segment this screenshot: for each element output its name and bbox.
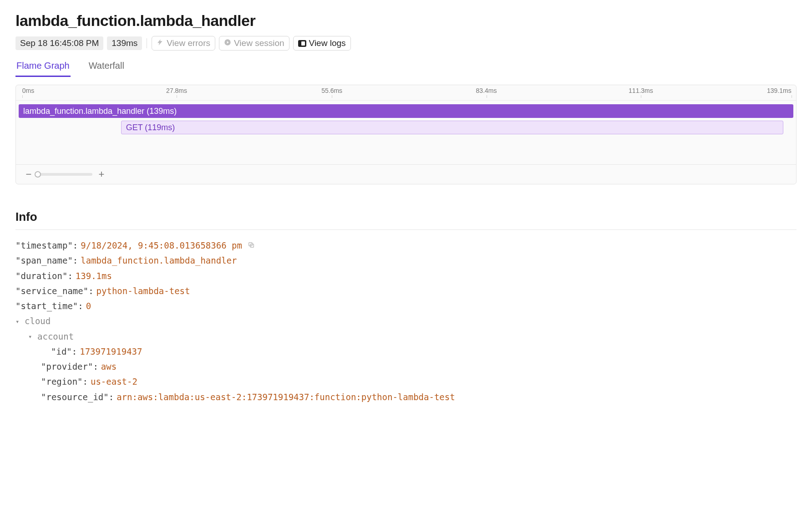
info-value: 0 [86, 299, 91, 314]
chevron-down-icon: ▾ [28, 331, 35, 342]
info-row-provider: "provider": aws [15, 359, 797, 374]
info-row-span-name: "span_name": lambda_function.lambda_hand… [15, 253, 797, 268]
timestamp-chip: Sep 18 16:45:08 PM [15, 36, 103, 50]
view-session-label: View session [234, 38, 284, 48]
info-row-timestamp: "timestamp": 9/18/2024, 9:45:08.01365836… [15, 238, 797, 253]
page-title: lambda_function.lambda_handler [15, 12, 797, 30]
divider [147, 38, 147, 48]
info-group-label: cloud [25, 314, 51, 329]
info-group-label: account [37, 329, 74, 344]
info-value: lambda_function.lambda_handler [81, 253, 237, 268]
info-section: Info "timestamp": 9/18/2024, 9:45:08.013… [15, 210, 797, 405]
info-row-start-time: "start_time": 0 [15, 299, 797, 314]
info-key: "timestamp": [15, 238, 78, 253]
view-errors-label: View errors [167, 38, 210, 48]
info-value: us-east-2 [91, 374, 137, 389]
chevron-down-icon: ▾ [15, 316, 22, 327]
tick-mark [332, 95, 332, 98]
zoom-in-button[interactable]: + [97, 168, 106, 180]
info-row-resource-id: "resource_id": arn:aws:lambda:us-east-2:… [15, 390, 797, 405]
play-circle-icon [224, 38, 231, 48]
info-heading: Info [15, 210, 797, 230]
info-key: "duration": [15, 269, 73, 284]
info-row-region: "region": us-east-2 [15, 374, 797, 389]
info-value: python-lambda-test [96, 284, 190, 299]
info-key: "id": [51, 344, 77, 359]
info-key: "start_time": [15, 299, 83, 314]
timeline-axis: 0ms 27.8ms 55.6ms 83.4ms 111.3ms 139.1ms [16, 85, 796, 101]
tick-mark [641, 95, 641, 98]
info-value: 173971919437 [80, 344, 142, 359]
info-value: arn:aws:lambda:us-east-2:173971919437:fu… [117, 390, 455, 405]
info-value: aws [101, 359, 117, 374]
tick-label: 0ms [22, 87, 34, 94]
zoom-out-button[interactable]: − [24, 168, 33, 180]
info-key: "provider": [41, 359, 98, 374]
zoom-controls: − + [16, 164, 796, 184]
info-row-service-name: "service_name": python-lambda-test [15, 284, 797, 299]
bolt-icon [157, 38, 164, 48]
tick-mark [177, 95, 177, 98]
header-meta-row: Sep 18 16:45:08 PM 139ms View errors Vie… [15, 36, 797, 51]
tick-label: 27.8ms [166, 87, 187, 94]
info-key: "resource_id": [41, 390, 114, 405]
tick-mark [22, 95, 23, 98]
view-errors-button[interactable]: View errors [152, 36, 215, 51]
info-row-duration: "duration": 139.1ms [15, 269, 797, 284]
logs-icon [298, 40, 306, 47]
info-row-account-id: "id": 173971919437 [15, 344, 797, 359]
tick-label: 111.3ms [629, 87, 653, 94]
tick-label: 139.1ms [767, 87, 792, 94]
tab-waterfall[interactable]: Waterfall [88, 57, 125, 77]
info-group-cloud[interactable]: ▾ cloud [15, 314, 797, 329]
zoom-slider-thumb[interactable] [35, 171, 41, 178]
flame-span-root[interactable]: lambda_function.lambda_handler (139ms) [19, 104, 793, 118]
info-value: 9/18/2024, 9:45:08.013658366 pm [81, 238, 242, 253]
tick-mark [792, 95, 792, 98]
tick-label: 83.4ms [476, 87, 497, 94]
view-session-button[interactable]: View session [219, 36, 289, 51]
info-kv-list: "timestamp": 9/18/2024, 9:45:08.01365836… [15, 238, 797, 405]
view-logs-button[interactable]: View logs [293, 36, 351, 51]
tick-label: 55.6ms [321, 87, 342, 94]
info-key: "region": [41, 374, 88, 389]
tick-mark [487, 95, 487, 98]
flame-span-get[interactable]: GET (119ms) [121, 121, 783, 134]
copy-icon[interactable] [248, 238, 255, 253]
duration-chip: 139ms [107, 36, 142, 50]
info-value: 139.1ms [76, 269, 112, 284]
info-key: "span_name": [15, 253, 78, 268]
info-group-account[interactable]: ▾ account [15, 329, 797, 344]
view-logs-label: View logs [309, 38, 346, 48]
zoom-slider[interactable] [38, 173, 92, 176]
flame-graph-panel: 0ms 27.8ms 55.6ms 83.4ms 111.3ms 139.1ms… [15, 85, 797, 184]
tabs: Flame Graph Waterfall [15, 57, 797, 77]
tab-flame-graph[interactable]: Flame Graph [15, 57, 71, 77]
info-key: "service_name": [15, 284, 94, 299]
flame-rows: lambda_function.lambda_handler (139ms) G… [16, 101, 796, 164]
